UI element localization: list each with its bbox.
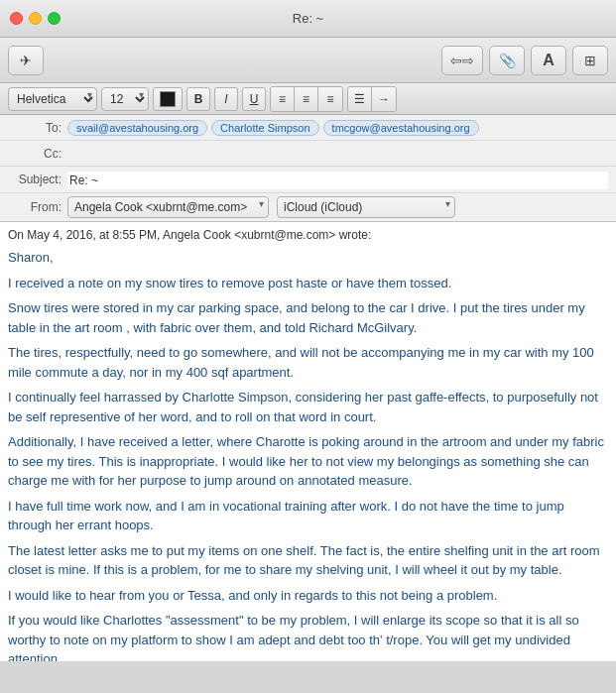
wrote-line: On May 4, 2016, at 8:55 PM, Angela Cook … <box>0 222 616 244</box>
cc-label: Cc: <box>8 144 67 161</box>
from-selects: Angela Cook <xubrnt@me.com> iCloud (iClo… <box>67 196 608 218</box>
underline-button[interactable]: U <box>242 87 266 111</box>
send-icon: ✈ <box>20 53 32 68</box>
toolbar: ✈ ⇦⇨ 📎 A ⊞ <box>0 38 616 83</box>
greeting: Sharon, <box>8 248 608 268</box>
align-center-icon: ≡ <box>303 92 309 106</box>
paragraph-2: Snow tires were stored in my car parking… <box>8 298 608 337</box>
paragraph-3: The tires, respectfully, need to go some… <box>8 343 608 382</box>
header-area: To: svail@avestahousing.org Charlotte Si… <box>0 115 616 222</box>
photo-button[interactable]: ⊞ <box>572 46 608 75</box>
align-right-button[interactable]: ≡ <box>318 87 342 111</box>
from-row: From: Angela Cook <xubrnt@me.com> iCloud… <box>0 193 616 221</box>
recipient-token-3[interactable]: tmcgow@avestahousing.org <box>323 120 479 136</box>
recipient-token-1[interactable]: svail@avestahousing.org <box>67 120 207 136</box>
paperclip-icon: 📎 <box>499 53 516 68</box>
traffic-lights <box>10 12 61 25</box>
recipient-token-2[interactable]: Charlotte Simpson <box>211 120 319 136</box>
format-bar: Helvetica 12 B I U ≡ ≡ ≡ ☰ → <box>0 83 616 115</box>
align-right-icon: ≡ <box>326 92 333 106</box>
align-group: ≡ ≡ ≡ <box>270 86 343 112</box>
paragraph-1: I received a note on my snow tires to re… <box>8 274 608 293</box>
paragraph-8: I would like to hear from you or Tessa, … <box>8 586 608 606</box>
bold-button[interactable]: B <box>186 87 210 111</box>
title-bar: Re: ~ <box>0 0 616 38</box>
font-size-wrapper: 12 <box>101 87 149 111</box>
bold-icon: B <box>194 92 203 106</box>
align-left-button[interactable]: ≡ <box>271 87 295 111</box>
cc-field[interactable] <box>67 144 608 160</box>
to-field[interactable]: svail@avestahousing.org Charlotte Simpso… <box>67 118 608 136</box>
attach-button[interactable]: 📎 <box>489 46 525 75</box>
from-account-wrapper: iCloud (iCloud) <box>277 196 455 218</box>
subject-row: Subject: <box>0 167 616 193</box>
align-center-button[interactable]: ≡ <box>295 87 318 111</box>
font-family-select[interactable]: Helvetica <box>8 87 97 111</box>
italic-icon: I <box>224 92 227 106</box>
from-account-select[interactable]: iCloud (iCloud) <box>277 196 455 218</box>
email-scroll-area[interactable]: On May 4, 2016, at 8:55 PM, Angela Cook … <box>0 222 616 661</box>
font-size-select[interactable]: 12 <box>101 87 149 111</box>
subject-input[interactable] <box>67 172 608 189</box>
align-left-icon: ≡ <box>279 92 286 106</box>
email-body[interactable]: Sharon, I received a note on my snow tir… <box>0 244 616 661</box>
to-label: To: <box>8 118 67 135</box>
indent-icon: → <box>378 92 390 106</box>
list-group: ☰ → <box>347 86 397 112</box>
text-color-button[interactable] <box>153 87 183 111</box>
color-swatch <box>160 91 176 107</box>
paragraph-4: I continually feel harrassed by Charlott… <box>8 388 608 426</box>
list-icon: ☰ <box>354 92 365 106</box>
paragraph-6: I have full time work now, and I am in v… <box>8 497 608 535</box>
paragraph-5: Additionally, I have received a letter, … <box>8 432 608 491</box>
list-button[interactable]: ☰ <box>348 87 372 111</box>
subject-field <box>67 170 608 189</box>
paragraph-7: The latest letter asks me to put my item… <box>8 541 608 580</box>
font-family-wrapper: Helvetica <box>8 87 97 111</box>
paragraph-9: If you would like Charlottes "assessment… <box>8 611 608 661</box>
photo-icon: ⊞ <box>584 53 596 68</box>
minimize-button[interactable] <box>29 12 42 25</box>
maximize-button[interactable] <box>48 12 61 25</box>
from-label: From: <box>8 200 67 214</box>
toolbar-right: ⇦⇨ 📎 A ⊞ <box>441 46 608 75</box>
back-forward-button[interactable]: ⇦⇨ <box>441 46 483 75</box>
indent-button[interactable]: → <box>372 87 396 111</box>
italic-button[interactable]: I <box>214 87 238 111</box>
send-button[interactable]: ✈ <box>8 46 44 75</box>
subject-label: Subject: <box>8 170 67 186</box>
from-name-wrapper: Angela Cook <xubrnt@me.com> <box>67 196 269 218</box>
font-button[interactable]: A <box>531 46 566 75</box>
back-forward-icon: ⇦⇨ <box>450 53 474 68</box>
to-row: To: svail@avestahousing.org Charlotte Si… <box>0 115 616 141</box>
from-name-select[interactable]: Angela Cook <xubrnt@me.com> <box>67 196 269 218</box>
close-button[interactable] <box>10 12 23 25</box>
underline-icon: U <box>250 92 259 106</box>
cc-row: Cc: <box>0 141 616 167</box>
window-title: Re: ~ <box>293 11 323 26</box>
font-icon: A <box>543 52 554 69</box>
cc-input[interactable] <box>67 146 608 160</box>
